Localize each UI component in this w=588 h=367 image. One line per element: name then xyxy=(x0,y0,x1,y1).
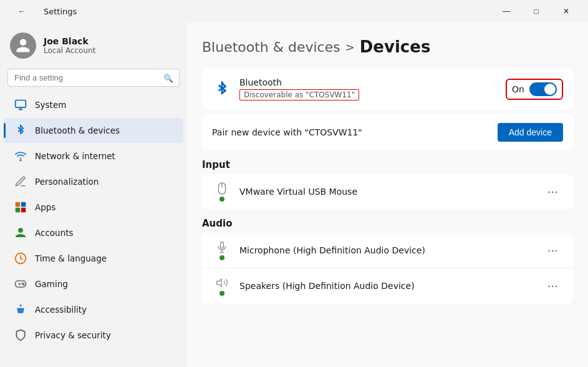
app-body: Joe Black Local Account 🔍 System xyxy=(0,22,588,367)
toggle-label: On xyxy=(512,84,524,94)
svg-rect-0 xyxy=(16,100,26,108)
privacy-icon xyxy=(14,328,27,342)
avatar xyxy=(10,32,36,59)
microphone-icon xyxy=(216,240,228,254)
sidebar-label-system: System xyxy=(35,100,66,110)
sidebar-item-network[interactable]: Network & internet xyxy=(4,144,183,169)
device-more-button[interactable]: ··· xyxy=(542,183,563,201)
network-icon xyxy=(14,149,27,163)
table-row: VMware Virtual USB Mouse ··· xyxy=(202,174,573,209)
pair-device-text: Pair new device with "CTOSVW11" xyxy=(212,127,362,137)
svg-rect-7 xyxy=(21,208,26,213)
personalization-icon xyxy=(14,175,27,188)
bluetooth-card: Bluetooth Discoverable as "CTOSVW11" On xyxy=(202,69,573,109)
input-devices-card: VMware Virtual USB Mouse ··· xyxy=(202,174,573,209)
search-input[interactable] xyxy=(7,69,180,87)
svg-point-3 xyxy=(20,160,21,161)
user-type: Local Account xyxy=(44,46,95,55)
sidebar-label-accounts: Accounts xyxy=(35,228,74,238)
mic-icon-wrap xyxy=(212,240,232,260)
audio-devices-card: Microphone (High Definition Audio Device… xyxy=(202,233,573,303)
sidebar-label-network: Network & internet xyxy=(35,151,115,161)
accessibility-icon xyxy=(14,303,27,316)
mouse-icon xyxy=(215,182,229,195)
device-name: Speakers (High Definition Audio Device) xyxy=(239,281,535,291)
add-device-button[interactable]: Add device xyxy=(498,123,563,142)
breadcrumb: Bluetooth & devices > Devices xyxy=(202,37,573,56)
audio-section-label: Audio xyxy=(202,218,573,229)
pair-device-row: Pair new device with "CTOSVW11" Add devi… xyxy=(202,114,573,150)
sidebar-item-privacy[interactable]: Privacy & security xyxy=(4,323,183,348)
search-icon: 🔍 xyxy=(163,73,173,82)
user-section: Joe Black Local Account xyxy=(0,22,187,66)
svg-point-14 xyxy=(19,305,21,306)
device-more-button[interactable]: ··· xyxy=(542,242,563,260)
sidebar-item-accessibility[interactable]: Accessibility xyxy=(4,297,183,322)
sidebar-item-bluetooth[interactable]: Bluetooth & devices xyxy=(4,118,183,143)
table-row: Speakers (High Definition Audio Device) … xyxy=(202,268,573,303)
accounts-icon xyxy=(14,226,27,240)
bluetooth-title: Bluetooth xyxy=(239,77,498,87)
minimize-button[interactable]: — xyxy=(492,2,521,20)
bluetooth-discoverable: Discoverable as "CTOSVW11" xyxy=(239,89,359,100)
sidebar-label-personalization: Personalization xyxy=(35,177,99,187)
bluetooth-nav-icon xyxy=(14,124,27,137)
maximize-button[interactable]: □ xyxy=(522,2,551,20)
status-dot xyxy=(219,255,224,260)
svg-rect-17 xyxy=(221,242,224,248)
svg-rect-4 xyxy=(16,202,21,207)
main-content: Bluetooth & devices > Devices Bluetooth … xyxy=(187,22,588,367)
sidebar-label-apps: Apps xyxy=(35,202,55,212)
titlebar: ← Settings — □ ✕ xyxy=(0,0,588,22)
app-title: Settings xyxy=(44,7,77,16)
svg-rect-6 xyxy=(16,208,21,213)
table-row: Microphone (High Definition Audio Device… xyxy=(202,233,573,268)
sidebar: Joe Black Local Account 🔍 System xyxy=(0,22,187,367)
bluetooth-info: Bluetooth Discoverable as "CTOSVW11" xyxy=(239,77,498,100)
sidebar-item-gaming[interactable]: Gaming xyxy=(4,272,183,296)
speaker-icon xyxy=(216,276,228,290)
sidebar-nav: System Bluetooth & devices Network & xyxy=(0,92,187,348)
device-name: Microphone (High Definition Audio Device… xyxy=(239,245,535,255)
sidebar-item-time[interactable]: Time & language xyxy=(4,246,183,271)
sidebar-label-time: Time & language xyxy=(35,253,107,263)
apps-icon xyxy=(14,200,27,214)
user-name: Joe Black xyxy=(44,36,95,46)
sidebar-label-privacy: Privacy & security xyxy=(35,330,111,340)
speaker-icon-wrap xyxy=(212,276,232,296)
close-button[interactable]: ✕ xyxy=(552,2,581,20)
breadcrumb-separator: > xyxy=(345,41,355,54)
sidebar-item-personalization[interactable]: Personalization xyxy=(4,169,183,194)
sidebar-item-apps[interactable]: Apps xyxy=(4,195,183,220)
time-icon xyxy=(14,252,27,265)
mouse-icon-wrap xyxy=(212,182,232,202)
bluetooth-toggle-wrap[interactable]: On xyxy=(506,79,563,100)
svg-rect-5 xyxy=(21,202,26,207)
device-more-button[interactable]: ··· xyxy=(542,277,563,295)
titlebar-controls: — □ ✕ xyxy=(492,2,581,20)
sidebar-label-gaming: Gaming xyxy=(35,279,68,289)
bluetooth-toggle[interactable] xyxy=(529,82,557,96)
sidebar-label-accessibility: Accessibility xyxy=(35,305,87,315)
sidebar-label-bluetooth: Bluetooth & devices xyxy=(35,125,120,135)
svg-point-13 xyxy=(23,284,24,285)
bluetooth-icon xyxy=(212,81,232,97)
user-info: Joe Black Local Account xyxy=(44,36,95,55)
input-section-label: Input xyxy=(202,159,573,170)
breadcrumb-parent[interactable]: Bluetooth & devices xyxy=(202,39,340,55)
sidebar-item-accounts[interactable]: Accounts xyxy=(4,220,183,245)
breadcrumb-current: Devices xyxy=(360,37,431,56)
search-box: 🔍 xyxy=(7,69,180,87)
back-button[interactable]: ← xyxy=(7,2,36,20)
gaming-icon xyxy=(14,277,27,291)
status-dot xyxy=(219,291,224,296)
svg-marker-20 xyxy=(217,279,222,286)
bluetooth-row: Bluetooth Discoverable as "CTOSVW11" On xyxy=(202,69,573,109)
pair-device-card: Pair new device with "CTOSVW11" Add devi… xyxy=(202,114,573,150)
sidebar-item-system[interactable]: System xyxy=(4,92,183,117)
status-dot xyxy=(219,197,224,202)
system-icon xyxy=(14,98,27,112)
titlebar-left: ← Settings xyxy=(7,2,77,20)
device-name: VMware Virtual USB Mouse xyxy=(239,187,535,197)
